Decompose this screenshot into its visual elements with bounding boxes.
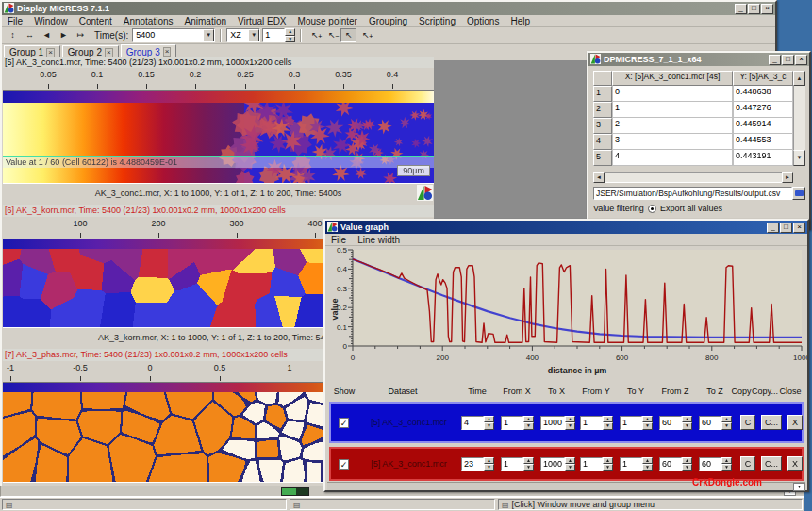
menu-file[interactable]: File bbox=[2, 16, 28, 26]
table-titlebar[interactable]: DPMICRESS_7_1_1_x64 _□× bbox=[588, 53, 809, 66]
spin-up-icon[interactable]: ▲ bbox=[523, 457, 534, 465]
from-x-stepper[interactable]: 1▲▼ bbox=[501, 416, 534, 430]
spin-down-icon[interactable]: ▼ bbox=[682, 422, 692, 430]
close-row-button[interactable]: X bbox=[787, 415, 803, 430]
maximize-button[interactable]: □ bbox=[780, 223, 792, 233]
menu-animation[interactable]: Animation bbox=[179, 16, 232, 26]
export-path-value[interactable]: JSER/Simulation/BspAufkohlung/Results/ou… bbox=[593, 187, 792, 200]
spin-up-icon[interactable]: ▲ bbox=[682, 457, 692, 465]
scroll-up-icon[interactable]: ▲ bbox=[793, 71, 805, 86]
spin-up-icon[interactable]: ▲ bbox=[603, 457, 613, 465]
graph-menu-file[interactable]: File bbox=[325, 235, 352, 245]
menu-grouping[interactable]: Grouping bbox=[363, 16, 413, 26]
to-z-stepper[interactable]: 60▲▼ bbox=[699, 416, 732, 430]
folder-icon[interactable] bbox=[792, 187, 805, 200]
close-button[interactable]: × bbox=[793, 223, 805, 233]
graph-menu-line-width[interactable]: Line width bbox=[352, 235, 406, 245]
fit-vertical-icon[interactable]: ↕ bbox=[5, 28, 21, 42]
spin-down-icon[interactable]: ▼ bbox=[523, 464, 534, 471]
plane-combobox[interactable]: XZ ▼ bbox=[226, 28, 260, 42]
next-step-icon[interactable]: ► bbox=[56, 28, 72, 42]
slice-up-icon[interactable]: ▲ bbox=[285, 28, 295, 36]
zoom-out-pointer-icon[interactable]: ↖− bbox=[323, 28, 340, 42]
spin-down-icon[interactable]: ▼ bbox=[565, 422, 575, 430]
spin-up-icon[interactable]: ▲ bbox=[565, 416, 575, 423]
spin-up-icon[interactable]: ▲ bbox=[642, 416, 653, 423]
spin-up-icon[interactable]: ▲ bbox=[642, 457, 653, 465]
menu-mouse-pointer[interactable]: Mouse pointer bbox=[292, 16, 363, 26]
spin-down-icon[interactable]: ▼ bbox=[484, 422, 494, 430]
menu-annotations[interactable]: Annotations bbox=[118, 16, 179, 26]
scrollbar-thumb[interactable] bbox=[281, 487, 309, 496]
to-z-stepper[interactable]: 60▲▼ bbox=[699, 457, 732, 471]
slice-stepper[interactable]: 1 ▲▼ bbox=[262, 28, 295, 42]
last-step-icon[interactable]: ↦ bbox=[73, 28, 89, 42]
maximize-button[interactable]: □ bbox=[782, 55, 794, 65]
spin-up-icon[interactable]: ▲ bbox=[484, 416, 494, 423]
close-button[interactable]: × bbox=[795, 55, 807, 65]
copy-button[interactable]: C bbox=[740, 415, 755, 430]
menu-options[interactable]: Options bbox=[461, 16, 505, 26]
show-checkbox[interactable]: ✓ bbox=[339, 459, 349, 470]
scroll-left-icon[interactable]: ◄ bbox=[593, 172, 605, 183]
show-checkbox[interactable]: ✓ bbox=[339, 418, 349, 428]
spin-up-icon[interactable]: ▲ bbox=[721, 457, 732, 465]
minimize-button[interactable]: _ bbox=[769, 55, 781, 65]
time-stepper[interactable]: 4▲▼ bbox=[461, 416, 494, 430]
time-stepper[interactable]: 23▲▼ bbox=[461, 457, 494, 471]
zoom-select-pointer-icon[interactable]: ↖+ bbox=[357, 28, 373, 42]
to-x-stepper[interactable]: 1000▲▼ bbox=[540, 457, 575, 471]
to-y-stepper[interactable]: 1▲▼ bbox=[620, 416, 653, 430]
spin-down-icon[interactable]: ▼ bbox=[565, 464, 575, 471]
spin-down-icon[interactable]: ▼ bbox=[721, 422, 732, 430]
plane-combo-arrow-icon[interactable]: ▼ bbox=[248, 29, 259, 41]
from-z-stepper[interactable]: 60▲▼ bbox=[659, 457, 692, 471]
slice-down-icon[interactable]: ▼ bbox=[285, 36, 295, 43]
graph-scroll-arrow-icon[interactable]: ▼ bbox=[793, 483, 805, 491]
spin-down-icon[interactable]: ▼ bbox=[484, 464, 494, 471]
menu-help[interactable]: Help bbox=[505, 16, 536, 26]
table-hscrollbar[interactable]: ◄ ► bbox=[593, 172, 793, 183]
tab-close-icon[interactable]: × bbox=[46, 48, 55, 58]
spin-up-icon[interactable]: ▲ bbox=[484, 457, 494, 465]
spin-up-icon[interactable]: ▲ bbox=[603, 416, 613, 423]
menu-window[interactable]: Window bbox=[28, 16, 74, 26]
spin-down-icon[interactable]: ▼ bbox=[642, 464, 653, 471]
scroll-right-icon[interactable]: ► bbox=[782, 172, 793, 183]
spin-down-icon[interactable]: ▼ bbox=[721, 464, 732, 471]
spin-down-icon[interactable]: ▼ bbox=[523, 422, 534, 430]
tab-close-icon[interactable]: × bbox=[163, 47, 172, 57]
from-y-stepper[interactable]: 1▲▼ bbox=[580, 416, 613, 430]
export-all-radio[interactable] bbox=[648, 205, 656, 213]
copy-button[interactable]: C bbox=[740, 456, 755, 471]
close-row-button[interactable]: X bbox=[787, 456, 803, 471]
fit-horizontal-icon[interactable]: ↔ bbox=[22, 28, 38, 42]
spin-down-icon[interactable]: ▼ bbox=[603, 422, 613, 430]
to-y-stepper[interactable]: 1▲▼ bbox=[620, 457, 653, 471]
spin-up-icon[interactable]: ▲ bbox=[682, 416, 692, 423]
spin-up-icon[interactable]: ▲ bbox=[523, 416, 534, 423]
menu-content[interactable]: Content bbox=[74, 16, 118, 26]
maximize-button[interactable]: □ bbox=[748, 4, 760, 14]
minimize-button[interactable]: _ bbox=[767, 223, 779, 233]
export-path-field[interactable]: JSER/Simulation/BspAufkohlung/Results/ou… bbox=[593, 187, 805, 200]
spin-down-icon[interactable]: ▼ bbox=[682, 464, 692, 471]
tab-close-icon[interactable]: × bbox=[105, 48, 113, 58]
spin-up-icon[interactable]: ▲ bbox=[565, 457, 575, 465]
from-z-stepper[interactable]: 60▲▼ bbox=[659, 416, 692, 430]
minimize-button[interactable]: _ bbox=[735, 4, 747, 14]
spin-down-icon[interactable]: ▼ bbox=[642, 422, 653, 430]
copy-as-button[interactable]: C... bbox=[761, 456, 782, 471]
zoom-in-pointer-icon[interactable]: ↖+ bbox=[307, 28, 323, 42]
from-y-stepper[interactable]: 1▲▼ bbox=[580, 457, 613, 471]
scroll-down-icon[interactable]: ▼ bbox=[793, 150, 805, 166]
prev-step-icon[interactable]: ◄ bbox=[39, 28, 55, 42]
time-combo-arrow-icon[interactable]: ▼ bbox=[203, 29, 214, 41]
spin-up-icon[interactable]: ▲ bbox=[721, 416, 732, 423]
spin-down-icon[interactable]: ▼ bbox=[603, 464, 613, 471]
close-button[interactable]: × bbox=[761, 4, 773, 14]
main-titlebar[interactable]: Display MICRESS 7.1.1 _□× bbox=[2, 2, 775, 15]
from-x-stepper[interactable]: 1▲▼ bbox=[501, 457, 534, 471]
pointer-icon[interactable]: ↖ bbox=[340, 28, 356, 42]
menu-virtual-edx[interactable]: Virtual EDX bbox=[232, 16, 292, 26]
